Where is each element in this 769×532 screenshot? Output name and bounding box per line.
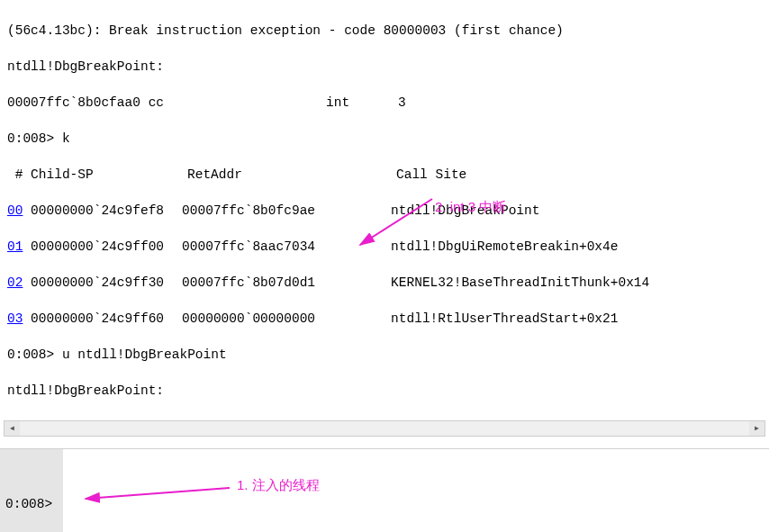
exception-line: (56c4.13bc): Break instruction exception… [7,22,762,40]
prompt-text: 0:008> [7,131,62,146]
stack-header: # Child-SPRetAddrCall Site [7,166,762,184]
stack-frame: 00 00000000`24c9fef800007ffc`8b0fc9aentd… [7,202,762,220]
col-childsp: # Child-SP [7,166,187,184]
frame-sp: 00000000`24c9ff60 [31,310,182,328]
col-callsite: Call Site [396,167,466,182]
operand-col: 3 [398,95,406,110]
horizontal-scrollbar[interactable]: ◀ ▶ [4,420,765,437]
stack-frame: 02 00000000`24c9ff3000007ffc`8b07d0d1KER… [7,274,762,292]
frame-index-link[interactable]: 00 [7,203,23,218]
scroll-track[interactable] [20,421,749,436]
mnemonic-col: int [326,94,398,112]
frame-ret: 00000000`00000000 [182,310,391,328]
frame-index-link[interactable]: 01 [7,239,23,254]
stack-frame: 03 00000000`24c9ff6000000000`00000000ntd… [7,310,762,328]
frame-ret: 00007ffc`8b07d0d1 [182,274,391,292]
command-line: 0:008> k [7,130,762,148]
symbol-line: ntdll!DbgBreakPoint: [7,382,762,400]
frame-sp: 00000000`24c9fef8 [31,202,182,220]
frame-site: KERNEL32!BaseThreadInitThunk+0x14 [391,275,649,290]
disasm-line: 00007ffc`8b0cfaa0 ccint3 [7,94,762,112]
command-input-pane: 0:008> [0,448,769,532]
command-text: k [62,131,70,146]
scroll-left-icon[interactable]: ◀ [5,421,20,436]
frame-index-link[interactable]: 03 [7,311,23,326]
command-input[interactable] [63,449,769,532]
frame-ret: 00007ffc`8aac7034 [182,238,391,256]
frame-site: ntdll!DbgUiRemoteBreakin+0x4e [391,239,618,254]
frame-site: ntdll!RtlUserThreadStart+0x21 [391,311,618,326]
frame-ret: 00007ffc`8b0fc9ae [182,202,391,220]
command-line: 0:008> u ntdll!DbgBreakPoint [7,346,762,364]
frame-index-link[interactable]: 02 [7,275,23,290]
scroll-right-icon[interactable]: ▶ [749,421,764,436]
prompt-text: 0:008> [7,347,62,362]
symbol-line: ntdll!DbgBreakPoint: [7,58,762,76]
addr-col: 00007ffc`8b0cfaa0 cc [7,94,326,112]
col-retaddr: RetAddr [187,166,396,184]
frame-site: ntdll!DbgBreakPoint [391,203,539,218]
frame-sp: 00000000`24c9ff00 [31,238,182,256]
stack-frame: 01 00000000`24c9ff0000007ffc`8aac7034ntd… [7,238,762,256]
command-prompt: 0:008> [0,449,63,532]
frame-sp: 00000000`24c9ff30 [31,274,182,292]
command-text: u ntdll!DbgBreakPoint [62,347,227,362]
